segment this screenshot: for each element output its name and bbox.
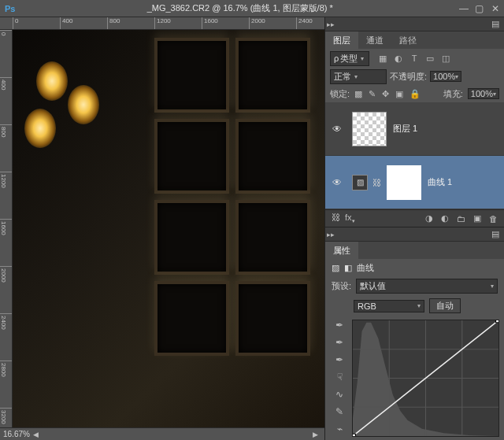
lock-row: 锁定: ▩ ✎ ✥ ▣ 🔒 填充: 100% ▾: [325, 85, 504, 102]
svg-rect-8: [353, 434, 355, 436]
blend-row: 正常 ▾ 不透明度: 100% ▾: [325, 68, 504, 85]
scroll-left-icon[interactable]: ◀: [30, 431, 42, 438]
layers-list[interactable]: 👁 图层 1 👁 ▨ ⛓ 曲线 1: [325, 102, 504, 209]
visibility-toggle[interactable]: 👁: [328, 124, 346, 135]
filter-icons: ▦ ◐ T ▭ ◫: [377, 53, 451, 64]
filter-smart-icon[interactable]: ◫: [440, 53, 451, 64]
minimize-button[interactable]: —: [460, 5, 468, 13]
layers-footer: ⛓ fx▾ ◑ ◐ 🗀 ▣ 🗑: [325, 209, 504, 227]
channel-value: RGB: [358, 301, 376, 311]
ruler-tick: 3200: [0, 408, 12, 440]
point-curve-icon[interactable]: ∿: [335, 389, 343, 400]
tab-label: 属性: [333, 245, 350, 257]
lock-paint-icon[interactable]: ✎: [369, 89, 376, 99]
layer-row[interactable]: 👁 图层 1: [325, 102, 504, 156]
properties-panel-header: ▸▸ ▤: [325, 227, 504, 242]
tab-channels[interactable]: 通道: [358, 31, 391, 49]
auto-label: 自动: [436, 301, 454, 310]
ruler-tick: 800: [0, 124, 12, 172]
preset-value: 默认值: [360, 280, 386, 292]
document-title: _MG_3862.CR2 @ 16.7% (曲线 1, 图层蒙版/8) *: [147, 2, 333, 14]
filter-pixel-icon[interactable]: ▦: [377, 53, 388, 64]
layer-name[interactable]: 曲线 1: [428, 176, 452, 188]
tab-paths[interactable]: 路径: [391, 31, 424, 49]
tab-properties[interactable]: 属性: [325, 242, 358, 259]
layer-row[interactable]: 👁 ▨ ⛓ 曲线 1: [325, 156, 504, 209]
visibility-toggle[interactable]: 👁: [328, 177, 346, 188]
new-layer-icon[interactable]: ▣: [473, 213, 481, 224]
new-group-icon[interactable]: 🗀: [457, 214, 465, 224]
ruler-tick: 2000: [0, 266, 12, 313]
fill-input[interactable]: 100% ▾: [468, 88, 499, 99]
layer-thumbnail[interactable]: [352, 112, 387, 146]
layer-mask-thumbnail[interactable]: [387, 165, 421, 200]
filter-shape-icon[interactable]: ▭: [424, 53, 435, 64]
ruler-tick: 2000: [249, 17, 296, 29]
layer-filter-row: ρ 类型 ▾ ▦ ◐ T ▭ ◫: [325, 49, 504, 68]
lock-artboard-icon[interactable]: ▣: [395, 89, 403, 99]
blend-mode-dropdown[interactable]: 正常 ▾: [330, 69, 387, 84]
lock-transparency-icon[interactable]: ▩: [354, 89, 362, 99]
eyedropper-gray-icon[interactable]: ✒: [335, 337, 343, 348]
window-buttons: — ▢ ✕: [460, 5, 499, 13]
filter-kind-label: 类型: [340, 53, 358, 65]
opacity-label: 不透明度:: [390, 71, 427, 83]
ruler-tick: 2800: [0, 361, 12, 408]
ruler-tick: 1600: [0, 219, 12, 266]
ruler-horizontal[interactable]: 0 400 800 1200 1600 2000 2400: [0, 17, 324, 30]
properties-panel: ▸▸ ▤ 属性 ▨ ◧ 曲线 预设: 默认值 ▾ RGB: [325, 227, 504, 440]
panel-menu-icon[interactable]: ▤: [487, 229, 504, 239]
lock-all-icon[interactable]: 🔒: [410, 89, 421, 99]
ps-icon: Ps: [5, 4, 15, 13]
close-button[interactable]: ✕: [491, 5, 499, 13]
scroll-right-icon[interactable]: ▶: [309, 431, 321, 438]
status-bar: 16.67% ◀ ▶: [0, 427, 324, 440]
filter-kind-dropdown[interactable]: ρ 类型 ▾: [330, 51, 369, 66]
mask-mode-icon[interactable]: ◧: [344, 263, 352, 273]
tab-layers[interactable]: 图层: [325, 31, 358, 49]
canvas[interactable]: [13, 30, 324, 427]
channel-dropdown[interactable]: RGB ▾: [354, 300, 424, 312]
collapse-icon[interactable]: ▸▸: [325, 20, 336, 28]
preset-label: 预设:: [332, 280, 351, 292]
new-adjustment-icon[interactable]: ◐: [441, 213, 449, 224]
ruler-tick: 1600: [202, 17, 249, 29]
eyedropper-white-icon[interactable]: ✒: [335, 354, 343, 365]
photo-content: [13, 30, 324, 427]
preset-dropdown[interactable]: 默认值 ▾: [356, 279, 498, 294]
lock-position-icon[interactable]: ✥: [382, 89, 389, 99]
layer-name[interactable]: 图层 1: [393, 123, 417, 135]
collapse-icon[interactable]: ▸▸: [325, 231, 336, 238]
ruler-tick: 2400: [296, 17, 324, 29]
title-bar: Ps _MG_3862.CR2 @ 16.7% (曲线 1, 图层蒙版/8) *…: [0, 0, 504, 17]
ruler-tick: 400: [0, 77, 12, 124]
layer-fx-icon[interactable]: fx▾: [345, 213, 355, 224]
auto-button[interactable]: 自动: [429, 298, 461, 313]
filter-adjust-icon[interactable]: ◐: [393, 53, 404, 64]
smooth-curve-icon[interactable]: ⌁: [337, 423, 343, 434]
eyedropper-black-icon[interactable]: ✒: [335, 320, 343, 331]
tab-label: 图层: [333, 35, 350, 46]
adjustment-type-label: 曲线: [357, 262, 374, 274]
ruler-vertical[interactable]: 0 400 800 1200 1600 2000 2400 2800 3200: [0, 30, 13, 427]
panel-tabs: 图层 通道 路径: [325, 31, 504, 49]
maximize-button[interactable]: ▢: [476, 5, 484, 13]
opacity-input[interactable]: 100% ▾: [430, 71, 461, 82]
draw-curve-icon[interactable]: ✎: [335, 406, 343, 417]
curves-adjustment-icon[interactable]: ▨: [352, 175, 368, 190]
ruler-tick: 800: [107, 17, 154, 29]
canvas-area: 0 400 800 1200 1600 2000 2400 0 400 800 …: [0, 17, 324, 440]
add-mask-icon[interactable]: ◑: [425, 213, 433, 224]
curves-area: ✒ ✒ ✒ ☟ ∿ ✎ ⌁: [325, 316, 504, 440]
filter-type-icon[interactable]: T: [409, 53, 420, 64]
delete-layer-icon[interactable]: 🗑: [489, 214, 498, 224]
blend-mode-value: 正常: [334, 71, 351, 83]
panel-menu-icon[interactable]: ▤: [487, 19, 504, 29]
link-layers-icon[interactable]: ⛓: [332, 213, 340, 224]
curves-graph[interactable]: [352, 320, 499, 437]
ruler-tick: 1200: [154, 17, 202, 29]
side-panels: ▸▸ ▤ 图层 通道 路径 ρ 类型 ▾ ▦ ◐ T ▭ ◫ 正常: [324, 17, 504, 440]
tat-icon[interactable]: ☟: [337, 372, 343, 383]
fill-label: 填充:: [443, 88, 463, 100]
mask-link-icon[interactable]: ⛓: [372, 178, 382, 187]
